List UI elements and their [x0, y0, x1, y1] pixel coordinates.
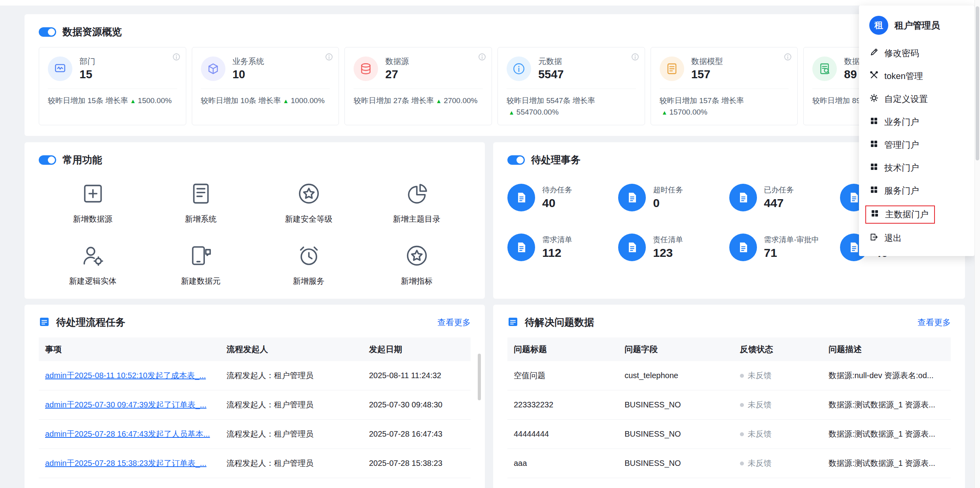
menu-item-service-portal[interactable]: 服务门户 [859, 179, 974, 202]
growth-up-icon: ▲ [509, 109, 515, 116]
shortcut-add-topic-catalog[interactable]: 新增主题目录 [363, 181, 471, 224]
view-more-link[interactable]: 查看更多 [437, 317, 471, 328]
section-title: 待处理流程任务 [56, 316, 125, 329]
table-row: admin于2025-07-24 17:52:43发起了Copy_3_... 流… [39, 478, 471, 488]
todo-overdue-tasks[interactable]: 超时任务0 [618, 184, 729, 211]
document-search-icon [812, 57, 837, 81]
problem-data-panel: 待解决问题数据 查看更多 问题标题 问题字段 反馈状态 问题描述 空值问题 cu… [493, 305, 965, 488]
column-header: 流程发起人 [220, 337, 363, 361]
shortcut-add-service[interactable]: 新增服务 [255, 243, 363, 286]
menu-item-business-portal[interactable]: 业务门户 [859, 111, 974, 134]
database-icon [354, 57, 378, 81]
task-item-link[interactable]: admin于2025-07-28 16:47:43发起了人员基本... [45, 430, 210, 438]
column-header: 问题字段 [618, 337, 733, 361]
section-title: 数据资源概览 [62, 25, 122, 38]
todo-responsibility-list[interactable]: 责任清单123 [618, 234, 729, 261]
column-header: 问题标题 [507, 337, 618, 361]
task-initiator: 流程发起人：租户管理员 [220, 361, 363, 390]
view-more-link[interactable]: 查看更多 [918, 317, 951, 328]
top-bar [0, 0, 980, 6]
star-circle-icon [296, 181, 322, 208]
todo-requirement-list[interactable]: 需求清单112 [507, 234, 618, 261]
growth-up-icon: ▲ [662, 109, 668, 116]
tools-icon [869, 70, 879, 82]
growth-percent: 554700.00% [516, 108, 559, 116]
shortcut-add-datasource[interactable]: 新增数据源 [39, 181, 147, 224]
grid-icon [869, 185, 879, 197]
problem-title: 空值问题 [507, 361, 618, 390]
info-icon[interactable] [478, 53, 486, 61]
menu-item-custom-settings[interactable]: 自定义设置 [859, 88, 974, 111]
stat-change: 较昨日增加 15条 增长率▲1500.00% [48, 89, 177, 106]
page-scrollbar[interactable] [974, 0, 980, 488]
todo-done-tasks[interactable]: 已办任务447 [729, 184, 840, 211]
document-badge-icon [729, 234, 757, 261]
shortcut-add-system[interactable]: 新增系统 [147, 181, 255, 224]
table-header-row: 事项 流程发起人 发起日期 [39, 337, 471, 361]
info-icon[interactable] [325, 53, 333, 61]
info-icon[interactable] [172, 53, 180, 61]
todo-requirement-approving[interactable]: 需求清单-审批中71 [729, 234, 840, 261]
problem-desc: 数据源:null-dev 资源表名:od... [822, 361, 951, 390]
stat-change: 较昨日增加 27条 增长率▲2700.00% [354, 89, 483, 106]
shortcut-new-security-level[interactable]: 新建安全等级 [255, 181, 363, 224]
info-icon[interactable] [784, 53, 792, 61]
problem-field: BUSINESS_NO [618, 420, 733, 449]
menu-item-management-portal[interactable]: 管理门户 [859, 134, 974, 156]
user-menu-header: 租 租户管理员 [859, 14, 974, 42]
shortcut-new-data-element[interactable]: 新建数据元 [147, 243, 255, 286]
menu-item-technical-portal[interactable]: 技术门户 [859, 156, 974, 179]
table-scrollbar-thumb[interactable] [478, 354, 481, 400]
page-scrollbar-thumb[interactable] [976, 6, 979, 160]
feedback-status: 未反馈 [740, 399, 816, 410]
feedback-status: 未反馈 [740, 429, 816, 439]
process-tasks-table: 事项 流程发起人 发起日期 admin于2025-08-11 10:52:10发… [39, 337, 471, 488]
status-dot-icon [740, 403, 744, 407]
table-panel-icon [39, 316, 50, 329]
phone-message-icon [188, 243, 214, 270]
column-header: 事项 [39, 337, 220, 361]
task-item-link[interactable]: admin于2025-07-30 09:47:39发起了订单表_... [45, 400, 206, 409]
status-dot-icon [740, 374, 744, 378]
todo-pending-tasks[interactable]: 待办任务40 [507, 184, 618, 211]
table-row: admin于2025-07-28 15:38:23发起了订单表_... 流程发起… [39, 449, 471, 478]
stat-value: 15 [79, 68, 95, 81]
task-item-link[interactable]: admin于2025-08-11 10:52:10发起了成本表_... [45, 371, 206, 380]
growth-percent: 1000.00% [291, 96, 325, 105]
feedback-status: 未反馈 [740, 370, 816, 381]
status-dot-icon [740, 462, 744, 465]
process-tasks-panel: 待处理流程任务 查看更多 事项 流程发起人 发起日期 admin于2025-08… [25, 305, 485, 488]
stat-value: 5547 [538, 68, 564, 81]
problem-desc: 数据源:测试数据源_1 资源表... [822, 449, 951, 478]
stat-label: 业务系统 [233, 56, 264, 67]
info-icon[interactable] [631, 53, 639, 61]
user-dropdown-menu: 租 租户管理员 修改密码 token管理 自定义设置 业务门户 管理门户 技术门… [859, 6, 974, 256]
task-initiator: 流程发起人：租户管理员 [220, 449, 363, 478]
document-badge-icon [507, 184, 535, 211]
menu-item-logout[interactable]: 退出 [859, 227, 974, 250]
overview-toggle[interactable] [39, 27, 56, 37]
document-badge-icon [618, 184, 646, 211]
shortcut-add-indicator[interactable]: 新增指标 [363, 243, 471, 286]
stat-change: 较昨日增加 5547条 增长率▲554700.00% [507, 89, 636, 118]
stat-card-metadata: 元数据 5547 较昨日增加 5547条 增长率▲554700.00% [498, 47, 645, 125]
grid-icon [869, 139, 879, 151]
document-badge-icon [618, 234, 646, 261]
functions-toggle[interactable] [39, 155, 56, 165]
problem-field: cust_telephone [618, 361, 733, 390]
menu-item-token-management[interactable]: token管理 [859, 65, 974, 88]
column-header: 反馈状态 [734, 337, 822, 361]
problem-title: 44444444 [507, 420, 618, 449]
document-badge-icon [507, 234, 535, 261]
shortcut-new-logical-entity[interactable]: 新建逻辑实体 [39, 243, 147, 286]
todos-toggle[interactable] [507, 155, 525, 165]
task-item-link[interactable]: admin于2025-07-28 15:38:23发起了订单表_... [45, 459, 206, 467]
table-row: 44444444 BUSINESS_NO 未反馈 数据源:测试数据源_1 资源表… [507, 420, 951, 449]
task-date: 2025-07-28 16:47:43 [363, 420, 471, 449]
table-row: ssssss REMARK 未反馈 数据源:local-dev 资源表名:a..… [507, 478, 951, 488]
menu-item-masterdata-portal[interactable]: 主数据门户 [859, 202, 974, 227]
menu-item-change-password[interactable]: 修改密码 [859, 42, 974, 65]
column-header: 发起日期 [363, 337, 471, 361]
task-date: 2025-08-11 11:24:32 [363, 361, 471, 390]
table-row: 空值问题 cust_telephone 未反馈 数据源:null-dev 资源表… [507, 361, 951, 390]
